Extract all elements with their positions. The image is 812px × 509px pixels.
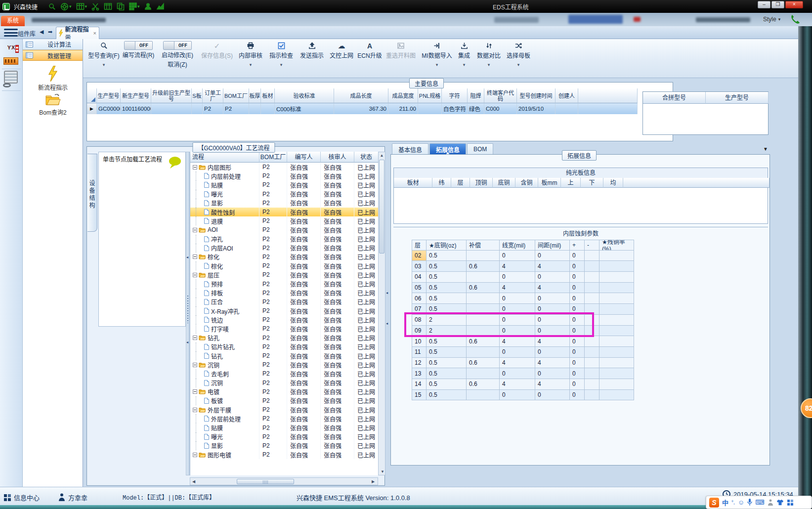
column-header[interactable]: 上: [561, 178, 581, 188]
column-header[interactable]: 新生产型号: [121, 88, 151, 103]
etch-row[interactable]: 060.5000: [412, 293, 634, 304]
cell[interactable]: C000标准: [275, 103, 334, 114]
flow-tree-row[interactable]: AOIP2张自强张自强已上网: [190, 225, 378, 234]
toggle-switch[interactable]: OFF: [124, 41, 153, 50]
ribbon-button-3[interactable]: OFF启动修改(E)取消(Z): [159, 41, 196, 68]
ribbon-button-11[interactable]: MI数据导入▾: [420, 41, 454, 67]
etch-row[interactable]: 100.50.6440: [412, 336, 634, 347]
column-header[interactable]: +: [570, 240, 585, 251]
microphone-icon[interactable]: [747, 499, 752, 506]
flow-tree-row[interactable]: 酸性蚀刻P2张自强张自强已上网: [190, 208, 378, 216]
ribbon-button-9[interactable]: AECN升级: [357, 41, 383, 59]
collapse-icon[interactable]: [193, 228, 197, 232]
calculator-icon[interactable]: [4, 71, 19, 87]
close-button[interactable]: ×: [785, 1, 803, 8]
flow-tree-row[interactable]: X-Ray冲孔P2张自强张自强已上网: [190, 306, 378, 315]
chevron-down-icon[interactable]: ▾: [488, 62, 490, 67]
column-header[interactable]: 型号创建时间: [517, 88, 556, 103]
collapse-icon[interactable]: [193, 389, 197, 394]
column-header[interactable]: 编写人: [287, 152, 321, 163]
cell[interactable]: 10011600005215: [121, 103, 151, 114]
panel-icon[interactable]: [104, 2, 112, 10]
cell[interactable]: [151, 103, 192, 114]
splitter-arrow-icon[interactable]: ◂: [386, 291, 388, 295]
column-header[interactable]: 终端客户代码: [484, 88, 517, 103]
column-header[interactable]: ★底铜(oz): [427, 240, 467, 251]
cell[interactable]: GC00000VA0: [97, 103, 121, 114]
collapse-icon[interactable]: [193, 273, 197, 277]
tool-bom-query[interactable]: Bom查询2: [23, 93, 83, 116]
collapse-icon[interactable]: [193, 408, 197, 412]
tool-new-flow-instruction[interactable]: 新流程指示: [23, 66, 83, 91]
scissors-icon[interactable]: [91, 2, 99, 10]
sidebar-item-data-management[interactable]: 数据管理: [23, 50, 83, 61]
column-header[interactable]: ★残铜率(%): [599, 240, 634, 251]
chevron-down-icon[interactable]: ▾: [280, 62, 283, 67]
column-header[interactable]: 板mm: [538, 178, 561, 188]
etch-row[interactable]: 030.50.6440: [412, 261, 634, 272]
ribbon-button-12[interactable]: 集成▾: [455, 41, 473, 67]
etch-row[interactable]: 150.5000: [412, 390, 634, 401]
flow-tree-row[interactable]: 板镀P2张自强张自强已上网: [190, 396, 378, 405]
column-header[interactable]: 板材: [394, 178, 432, 188]
column-header[interactable]: 均: [603, 178, 623, 188]
minimize-button[interactable]: –: [758, 1, 770, 8]
column-header[interactable]: 含铜: [515, 178, 538, 188]
chevron-down-icon[interactable]: ▾: [517, 62, 520, 67]
column-header[interactable]: 验收标准: [275, 88, 334, 103]
column-header[interactable]: 订单工厂: [203, 88, 223, 103]
column-header[interactable]: 字符: [442, 88, 468, 103]
flow-tree-row[interactable]: 显影P2张自强张自强已上网: [190, 441, 378, 450]
cell[interactable]: [192, 103, 203, 114]
nav-pin-icon[interactable]: ➡: [48, 29, 52, 35]
etch-row[interactable]: 020.5000: [412, 251, 634, 261]
system-tab[interactable]: 系统: [1, 16, 25, 26]
column-header[interactable]: 底铜: [493, 178, 515, 188]
column-header[interactable]: [578, 88, 638, 103]
collapse-icon[interactable]: [193, 254, 197, 259]
table-icon[interactable]: ▾: [76, 2, 87, 10]
chevron-down-icon[interactable]: ▾: [250, 62, 252, 67]
ribbon-button-5[interactable]: 内部审核▾: [236, 41, 265, 67]
flow-tree-row[interactable]: 棕化P2张自强张自强已上网: [190, 261, 378, 270]
tab-基本信息[interactable]: 基本信息: [392, 143, 428, 155]
ime-punctuation-toggle[interactable]: °,: [731, 500, 735, 505]
ribbon-button-6[interactable]: 指示检查▾: [267, 41, 296, 67]
etch-row[interactable]: 130.5000: [412, 368, 634, 379]
flow-tree-row[interactable]: 铝片钻孔P2张自强张自强已上网: [190, 342, 378, 351]
ribbon-button-7[interactable]: 发送指示: [298, 41, 326, 59]
column-header[interactable]: 下: [581, 178, 603, 188]
maximize-button[interactable]: ❐: [771, 1, 784, 8]
collapse-icon[interactable]: [193, 453, 197, 457]
collapse-icon[interactable]: [193, 363, 197, 367]
column-header[interactable]: -: [585, 240, 599, 251]
cell[interactable]: 绿色: [468, 103, 484, 114]
chevron-down-icon[interactable]: ▼: [763, 146, 768, 152]
ribbon-button-8[interactable]: ☁文控上网: [327, 41, 356, 59]
cell[interactable]: [261, 103, 275, 114]
column-header[interactable]: 补偿: [467, 240, 500, 251]
menu-icon[interactable]: [4, 29, 18, 37]
copy-icon[interactable]: [117, 2, 125, 10]
flow-tree-row[interactable]: 内层图形P2张自强张自强已上网: [190, 163, 378, 171]
flow-tree-row[interactable]: 钻孔P2张自强张自强已上网: [190, 334, 378, 342]
flow-tree-row[interactable]: 内层AOIP2张自强张自强已上网: [190, 244, 378, 253]
flow-tree-row[interactable]: 沉铜P2张自强张自强已上网: [190, 379, 378, 387]
cell[interactable]: 白色字符: [442, 103, 468, 114]
collapse-icon[interactable]: [193, 336, 197, 340]
column-header[interactable]: 合拼型号: [643, 92, 706, 104]
vertical-scrollbar[interactable]: ▲ ▼: [378, 152, 385, 475]
column-header[interactable]: 核审人: [321, 152, 354, 163]
column-header[interactable]: 顶铜: [470, 178, 493, 188]
ribbon-button-1[interactable]: 型号查询(F)▾: [88, 41, 120, 67]
flow-tree-row[interactable]: 冲孔P2张自强张自强已上网: [190, 235, 378, 244]
cell[interactable]: [249, 103, 261, 114]
etch-row[interactable]: 140.50.6440: [412, 379, 634, 390]
style-label[interactable]: Style: [763, 16, 776, 23]
tab-BOM[interactable]: BOM: [467, 143, 493, 155]
cell[interactable]: [578, 103, 638, 114]
column-header[interactable]: 纬: [432, 178, 451, 188]
horizontal-scrollbar[interactable]: ◀ ▶: [190, 477, 378, 485]
flow-tree-row[interactable]: 层压P2张自强张自强已上网: [190, 270, 378, 279]
column-header[interactable]: 层: [412, 240, 427, 251]
